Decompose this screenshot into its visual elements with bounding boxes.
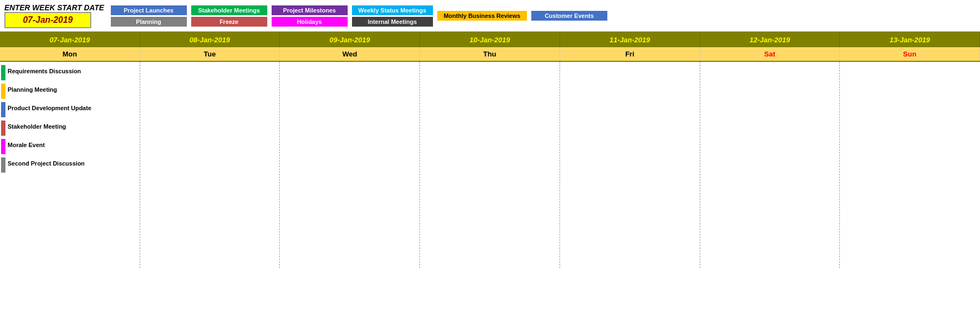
event-color-bar — [1, 84, 5, 99]
event-requirements-discussion: Requirements Discussion — [1, 65, 139, 80]
top-section: ENTER WEEK START DATE Project Launches P… — [0, 0, 980, 31]
legend-group-5: Monthly Business Reviews — [437, 11, 527, 21]
event-morale-event: Morale Event — [1, 139, 139, 154]
day-name-mon: Mon — [0, 47, 140, 61]
legend-project-launches: Project Launches — [111, 5, 187, 15]
day-column-sat — [700, 62, 840, 268]
legend-holidays: Holidays — [272, 17, 348, 27]
event-color-bar — [1, 121, 5, 136]
event-label: Product Development Update — [5, 102, 93, 117]
calendar-container: 07-Jan-2019 08-Jan-2019 09-Jan-2019 10-J… — [0, 31, 980, 268]
date-header-tue: 08-Jan-2019 — [140, 33, 280, 47]
legend-monthly-reviews: Monthly Business Reviews — [437, 11, 527, 21]
event-label: Stakeholder Meeting — [5, 121, 68, 136]
date-header-sun: 13-Jan-2019 — [840, 33, 980, 47]
calendar-body: Requirements Discussion Planning Meeting… — [0, 61, 980, 268]
day-column-wed — [280, 62, 420, 268]
event-color-bar — [1, 157, 5, 173]
legend-internal-meetings: Internal Meetings — [352, 17, 433, 27]
day-name-sun: Sun — [840, 47, 980, 61]
date-header-wed: 09-Jan-2019 — [280, 33, 420, 47]
legend-freeze: Freeze — [191, 17, 267, 27]
event-color-bar — [1, 102, 5, 117]
enter-label: ENTER WEEK START DATE — [4, 3, 104, 12]
day-name-fri: Fri — [560, 47, 700, 61]
legend-project-milestones: Project Milestones — [272, 5, 348, 15]
day-name-row: Mon Tue Wed Thu Fri Sat Sun — [0, 47, 980, 61]
event-color-bar — [1, 139, 5, 154]
event-label: Morale Event — [5, 139, 47, 154]
legend-customer-events: Customer Events — [531, 11, 607, 21]
legend-stakeholder-meetings: Stakeholder Meetings — [191, 5, 267, 15]
event-color-bar — [1, 65, 5, 80]
date-header-thu: 10-Jan-2019 — [420, 33, 560, 47]
legend-planning: Planning — [111, 17, 187, 27]
day-column-mon: Requirements Discussion Planning Meeting… — [0, 62, 140, 268]
event-label: Planning Meeting — [5, 84, 59, 99]
event-stakeholder-meeting: Stakeholder Meeting — [1, 121, 139, 136]
date-header-mon: 07-Jan-2019 — [0, 33, 140, 47]
legend-weekly-status: Weekly Status Meetings — [352, 5, 433, 15]
day-column-tue — [140, 62, 280, 268]
date-header-fri: 11-Jan-2019 — [560, 33, 700, 47]
day-column-fri — [560, 62, 700, 268]
legend-group-1: Project Launches Planning — [111, 5, 187, 27]
legend-group-2: Stakeholder Meetings Freeze — [191, 5, 267, 27]
day-column-thu — [420, 62, 560, 268]
event-planning-meeting: Planning Meeting — [1, 84, 139, 99]
event-label: Requirements Discussion — [5, 65, 83, 80]
date-input[interactable] — [4, 12, 91, 28]
date-header-row: 07-Jan-2019 08-Jan-2019 09-Jan-2019 10-J… — [0, 33, 980, 47]
legend-group-4: Weekly Status Meetings Internal Meetings — [352, 5, 433, 27]
day-name-sat: Sat — [700, 47, 840, 61]
event-second-project: Second Project Discussion — [1, 157, 139, 173]
date-header-sat: 12-Jan-2019 — [700, 33, 840, 47]
day-name-thu: Thu — [420, 47, 560, 61]
day-name-tue: Tue — [140, 47, 280, 61]
day-name-wed: Wed — [280, 47, 420, 61]
event-product-development: Product Development Update — [1, 102, 139, 117]
legend-group-6: Customer Events — [531, 11, 607, 21]
legend-group-3: Project Milestones Holidays — [272, 5, 348, 27]
day-column-sun — [840, 62, 980, 268]
event-label: Second Project Discussion — [5, 157, 87, 173]
